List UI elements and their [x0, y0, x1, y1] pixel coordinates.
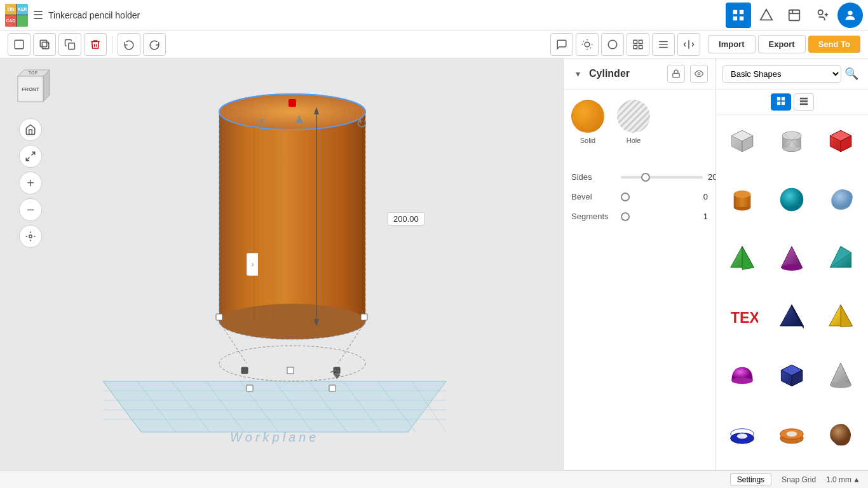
hole-swatch[interactable]: Hole	[617, 100, 650, 144]
shape-item-rock[interactable]	[817, 176, 864, 223]
user-avatar-btn[interactable]	[837, 3, 863, 28]
shape-item-text[interactable]: TEXT	[719, 293, 766, 340]
export-btn[interactable]: Export	[758, 35, 806, 53]
shapes-search-btn[interactable]: 🔍	[841, 64, 862, 84]
svg-line-19	[583, 41, 584, 41]
svg-point-122	[737, 433, 748, 438]
shape-item-cone-purple[interactable]	[768, 234, 815, 281]
grid-view-shapes-btn[interactable]	[771, 93, 791, 111]
shapes-grid: TEXT	[716, 115, 868, 470]
send-btn[interactable]: Send To	[808, 36, 860, 53]
sides-slider[interactable]	[621, 176, 703, 179]
shape-item-sphere-teal[interactable]	[768, 176, 815, 223]
segments-dot[interactable]	[621, 212, 630, 221]
shapes-category-select[interactable]: Basic Shapes	[722, 65, 841, 83]
bevel-value: 0	[690, 192, 708, 201]
rotate-arrow-right[interactable]: ↻	[356, 116, 367, 132]
redo-btn[interactable]	[143, 33, 166, 56]
svg-rect-71	[329, 385, 336, 391]
svg-rect-70	[247, 385, 253, 391]
shape-item-cylinder-hole[interactable]	[768, 118, 815, 165]
bevel-label: Bevel	[571, 192, 616, 201]
import-btn[interactable]: Import	[708, 35, 755, 53]
panel-collapse-btn[interactable]: ›	[247, 253, 258, 276]
tinkercad-logo[interactable]: TIN KER CAD	[5, 4, 28, 27]
grid-view-btn[interactable]	[726, 3, 751, 28]
settings-btn[interactable]: Settings	[730, 473, 771, 486]
shape-item-box-navy[interactable]	[768, 352, 815, 399]
logo-i: KER	[17, 4, 29, 15]
svg-rect-67	[287, 367, 294, 374]
svg-rect-82	[776, 102, 780, 105]
build-view-btn[interactable]	[754, 3, 779, 28]
svg-marker-104	[742, 247, 754, 270]
svg-rect-66	[288, 99, 296, 107]
spacer	[564, 154, 715, 167]
zoom-out-btn[interactable]: −	[19, 198, 42, 221]
svg-rect-81	[781, 97, 784, 100]
shape-item-wedge-teal[interactable]	[817, 234, 864, 281]
rotate-arrow-top[interactable]: ▲	[292, 111, 306, 127]
shape-btn[interactable]	[601, 33, 624, 56]
home-view-btn[interactable]	[19, 118, 42, 141]
shapes-view-icons	[716, 90, 868, 115]
shape-item-prism-navy[interactable]	[768, 293, 815, 340]
shape-item-dome-magenta[interactable]	[719, 352, 766, 399]
svg-rect-15	[69, 43, 75, 49]
svg-point-102	[780, 188, 803, 212]
shape-item-pyramid-green[interactable]	[719, 234, 766, 281]
zoom-in-btn[interactable]: +	[19, 172, 42, 194]
hole-label: Hole	[627, 137, 641, 144]
shape-item-torus-orange[interactable]	[768, 410, 815, 458]
copy-btn[interactable]	[58, 33, 81, 56]
svg-point-23	[608, 40, 617, 49]
project-title[interactable]: Tinkercad pencil holder	[48, 10, 721, 20]
align-btn[interactable]	[652, 33, 675, 56]
svg-rect-2	[733, 16, 737, 20]
properties-collapse-btn[interactable]: ▾	[571, 67, 584, 80]
svg-rect-0	[733, 10, 737, 13]
perspective-btn[interactable]	[19, 225, 42, 248]
shape-item-blob-brown[interactable]	[817, 410, 864, 458]
hole-color-circle[interactable]	[617, 100, 650, 133]
lock-btn[interactable]	[667, 65, 685, 83]
snap-grid-dropdown-icon[interactable]: ▲	[853, 475, 860, 484]
svg-text:TEXT: TEXT	[731, 309, 758, 326]
visibility-btn[interactable]	[690, 65, 708, 83]
shape-item-pyramid-yellow[interactable]	[817, 293, 864, 340]
fit-view-btn[interactable]	[19, 145, 42, 168]
comment-btn[interactable]	[550, 33, 573, 56]
delete-btn[interactable]	[84, 33, 107, 56]
shape-item-box[interactable]	[719, 118, 766, 165]
svg-rect-83	[781, 102, 784, 105]
list-view-shapes-btn[interactable]	[794, 93, 814, 111]
svg-point-79	[698, 72, 700, 75]
logo-n: CAD	[5, 15, 17, 27]
solid-color-circle[interactable]	[571, 100, 604, 133]
shape-item-box-red[interactable]	[817, 118, 864, 165]
svg-rect-13	[42, 42, 49, 49]
shape-item-cone-gray[interactable]	[817, 352, 864, 399]
svg-text:Workplane: Workplane	[230, 430, 320, 444]
shape-item-cylinder-orange[interactable]	[719, 176, 766, 223]
svg-point-127	[786, 431, 797, 437]
gallery-btn[interactable]	[782, 3, 807, 28]
view-cube[interactable]: TOP FRONT	[5, 64, 56, 114]
shape-item-torus-blue[interactable]	[719, 410, 766, 458]
bevel-dot[interactable]	[621, 193, 630, 201]
rotate-arrow-left[interactable]: ↺	[254, 116, 266, 132]
svg-rect-26	[634, 45, 637, 48]
snap-btn[interactable]	[627, 33, 649, 56]
top-navigation: TIN KER CAD ☰ Tinkercad pencil holder	[0, 0, 868, 30]
toolbar-separator-1	[112, 36, 112, 53]
svg-rect-1	[740, 10, 743, 13]
add-user-btn[interactable]	[810, 3, 835, 28]
light-btn[interactable]	[576, 33, 599, 56]
duplicate-single-btn[interactable]	[33, 33, 56, 56]
new-btn[interactable]	[8, 33, 31, 56]
viewport[interactable]: Workplane	[0, 58, 563, 470]
solid-swatch[interactable]: Solid	[571, 100, 604, 144]
undo-btn[interactable]	[118, 33, 140, 56]
mirror-btn[interactable]	[677, 33, 700, 56]
bevel-row: Bevel 0	[564, 187, 715, 207]
